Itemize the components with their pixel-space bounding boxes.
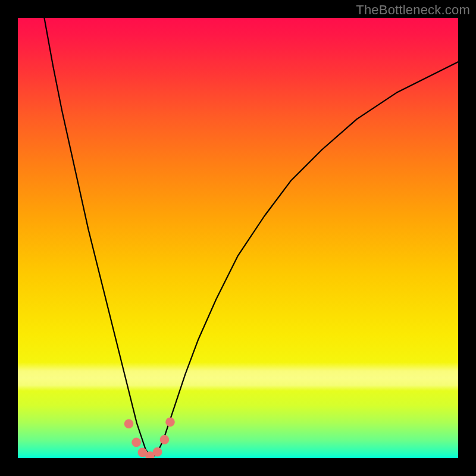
plot-area xyxy=(18,18,458,458)
attribution-label: TheBottleneck.com xyxy=(356,2,470,18)
highlight-dot xyxy=(131,438,141,447)
bottleneck-curve xyxy=(44,18,458,456)
highlight-dot xyxy=(124,419,134,429)
curve-layer xyxy=(18,18,458,458)
highlight-dot xyxy=(153,447,162,457)
chart-frame: TheBottleneck.com xyxy=(0,0,476,476)
highlight-dots xyxy=(124,418,175,459)
highlight-dot xyxy=(160,435,170,444)
highlight-dot xyxy=(165,418,175,427)
